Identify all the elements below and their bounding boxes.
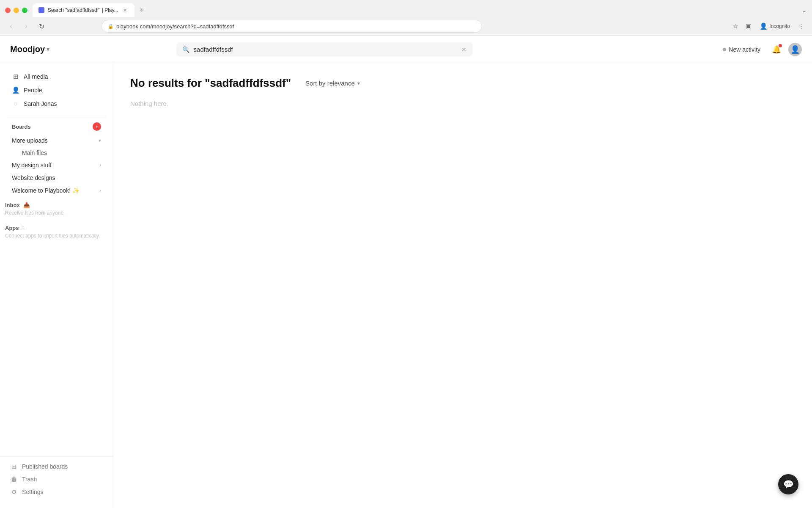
search-icon: 🔍 bbox=[182, 46, 189, 53]
search-clear-btn[interactable]: ✕ bbox=[461, 46, 466, 53]
logo[interactable]: Moodjoy ▾ bbox=[10, 44, 49, 54]
sidebar-item-trash[interactable]: 🗑 Trash bbox=[0, 473, 113, 486]
sidebar-bottom: ⊞ Published boards 🗑 Trash ⚙ Settings bbox=[0, 456, 113, 502]
all-media-label: All media bbox=[24, 73, 48, 80]
url-text: playbook.com/moodjoy/search?q=sadfadffdf… bbox=[116, 23, 234, 30]
person-icon: 👤 bbox=[12, 86, 19, 94]
board-item-my-design[interactable]: My design stuff › bbox=[7, 159, 106, 171]
inbox-section: Inbox 📥 Receive files from anyone. bbox=[0, 200, 113, 218]
circle-icon: ○ bbox=[12, 100, 19, 107]
apps-label: Apps bbox=[5, 225, 19, 231]
inbox-desc: Receive files from anyone. bbox=[5, 210, 108, 216]
chat-btn[interactable]: 💬 bbox=[778, 474, 798, 494]
sidebar-item-people[interactable]: 👤 People bbox=[7, 83, 106, 97]
notifications-btn[interactable]: 🔔 bbox=[770, 43, 783, 56]
my-design-label: My design stuff bbox=[12, 162, 97, 168]
trash-icon: 🗑 bbox=[10, 476, 18, 483]
new-activity-label: New activity bbox=[729, 46, 760, 53]
board-item-welcome[interactable]: Welcome to Playbook! ✨ › bbox=[7, 184, 106, 197]
inbox-header: Inbox 📥 bbox=[5, 202, 108, 208]
apps-add-btn[interactable]: + bbox=[22, 224, 25, 231]
results-header: No results for "sadfadffdfssdf" Sort by … bbox=[130, 77, 795, 90]
reload-btn[interactable]: ↻ bbox=[36, 20, 47, 32]
sidebar: ⊞ All media 👤 People ○ Sarah Jonas Board… bbox=[0, 63, 113, 508]
website-designs-label: Website designs bbox=[12, 174, 101, 181]
apps-section: Apps + Connect apps to import files auto… bbox=[0, 223, 113, 240]
inbox-label: Inbox bbox=[5, 202, 20, 208]
welcome-label: Welcome to Playbook! ✨ bbox=[12, 187, 97, 194]
main-files-label: Main files bbox=[22, 149, 47, 156]
chevron-right-icon: › bbox=[99, 162, 101, 168]
published-boards-label: Published boards bbox=[22, 463, 68, 470]
sidebar-item-settings[interactable]: ⚙ Settings bbox=[0, 486, 113, 498]
sidebar-item-published-boards[interactable]: ⊞ Published boards bbox=[0, 460, 113, 473]
settings-icon: ⚙ bbox=[10, 489, 18, 495]
minimize-window-btn[interactable] bbox=[14, 8, 19, 13]
settings-label: Settings bbox=[22, 489, 44, 495]
sort-by-btn[interactable]: Sort by relevance ▾ bbox=[301, 77, 364, 89]
back-btn[interactable]: ‹ bbox=[5, 20, 17, 32]
forward-btn[interactable]: › bbox=[20, 20, 32, 32]
profile-icon: 👤 bbox=[760, 22, 768, 30]
search-box: 🔍 ✕ bbox=[176, 42, 472, 56]
tab-close-btn[interactable]: × bbox=[122, 7, 129, 14]
security-icon: 🔒 bbox=[108, 24, 114, 29]
activity-dot-icon bbox=[723, 48, 726, 51]
top-nav: Moodjoy ▾ 🔍 ✕ New activity 🔔 👤 bbox=[0, 36, 812, 63]
board-item-website-designs[interactable]: Website designs bbox=[7, 171, 106, 184]
logo-chevron-icon: ▾ bbox=[47, 46, 49, 52]
sort-label: Sort by relevance bbox=[305, 80, 355, 87]
chevron-right-icon-2: › bbox=[99, 188, 101, 193]
chat-icon: 💬 bbox=[783, 479, 794, 489]
sidebar-item-sarah[interactable]: ○ Sarah Jonas bbox=[7, 97, 106, 110]
tab-title: Search "sadfadffdfssdf" | Play... bbox=[48, 7, 118, 13]
boards-header: Boards + bbox=[7, 121, 106, 133]
boards-add-btn[interactable]: + bbox=[93, 122, 101, 131]
apps-header: Apps + bbox=[5, 224, 108, 231]
nav-actions: New activity 🔔 👤 bbox=[719, 43, 802, 56]
chevron-down-icon: ▾ bbox=[99, 138, 101, 144]
trash-label: Trash bbox=[22, 476, 37, 483]
logo-text: Moodjoy bbox=[10, 44, 45, 54]
split-view-btn[interactable]: ▣ bbox=[743, 20, 754, 32]
profile-btn[interactable]: 👤 Incognito bbox=[756, 20, 793, 32]
nothing-here-text: Nothing here. bbox=[130, 100, 795, 107]
grid-icon: ⊞ bbox=[12, 73, 19, 80]
published-icon: ⊞ bbox=[10, 463, 18, 470]
inbox-icon: 📥 bbox=[23, 202, 30, 208]
sidebar-item-all-media[interactable]: ⊞ All media bbox=[7, 70, 106, 83]
search-container: 🔍 ✕ bbox=[176, 42, 472, 56]
new-activity-btn[interactable]: New activity bbox=[719, 44, 765, 55]
content-area: ⊞ All media 👤 People ○ Sarah Jonas Board… bbox=[0, 63, 812, 508]
board-item-more-uploads[interactable]: More uploads ▾ bbox=[7, 134, 106, 147]
new-tab-btn[interactable]: + bbox=[136, 4, 148, 16]
more-uploads-label: More uploads bbox=[12, 137, 96, 144]
tab-expand-btn[interactable]: ⌄ bbox=[802, 7, 807, 14]
bookmark-btn[interactable]: ☆ bbox=[729, 20, 741, 32]
no-results-title: No results for "sadfadffdfssdf" bbox=[130, 77, 291, 90]
active-tab[interactable]: Search "sadfadffdfssdf" | Play... × bbox=[33, 3, 134, 17]
sort-chevron-icon: ▾ bbox=[357, 80, 360, 86]
board-sub-item-main-files[interactable]: Main files bbox=[7, 147, 106, 159]
tab-favicon bbox=[38, 7, 44, 13]
profile-label: Incognito bbox=[769, 23, 790, 29]
people-label: People bbox=[24, 87, 42, 94]
search-input[interactable] bbox=[194, 46, 457, 53]
main-content: No results for "sadfadffdfssdf" Sort by … bbox=[113, 63, 812, 508]
apps-desc: Connect apps to import files automatical… bbox=[5, 233, 108, 239]
notification-badge bbox=[779, 44, 782, 47]
boards-label: Boards bbox=[12, 124, 93, 130]
user-avatar-btn[interactable]: 👤 bbox=[788, 43, 802, 56]
sarah-jonas-label: Sarah Jonas bbox=[24, 100, 57, 107]
avatar-icon: 👤 bbox=[790, 45, 800, 54]
menu-btn[interactable]: ⋮ bbox=[795, 20, 807, 32]
maximize-window-btn[interactable] bbox=[22, 8, 27, 13]
sidebar-divider bbox=[7, 117, 106, 117]
close-window-btn[interactable] bbox=[5, 8, 11, 13]
